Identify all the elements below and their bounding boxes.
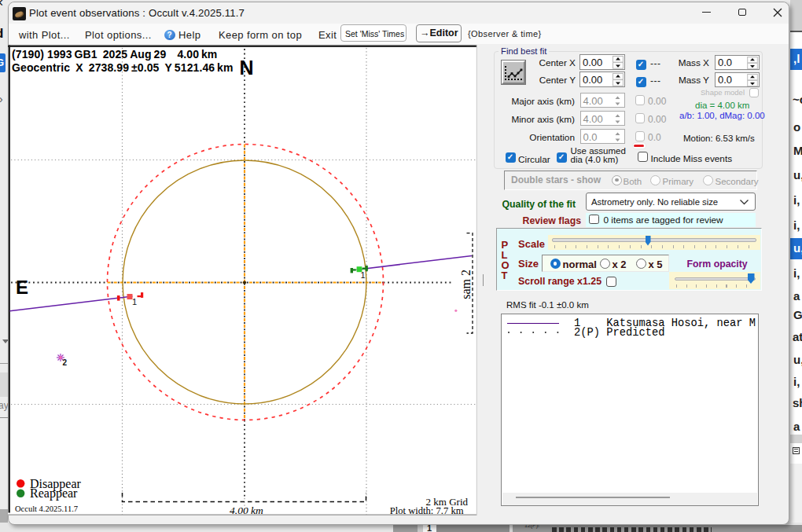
svg-text:Plot width: 7.7 km: Plot width: 7.7 km [390,505,464,516]
svg-text:Occult 4.2025.11.7: Occult 4.2025.11.7 [15,504,78,513]
svg-text:m: m [459,278,473,288]
svg-text:Reappear: Reappear [30,486,78,501]
svg-text:E: E [16,277,28,298]
svg-text:(7190) 1993 GB1 2025 Aug 29 4.: (7190) 1993 GB1 2025 Aug 29 4.00 km [12,48,217,61]
svg-text:a: a [459,288,473,294]
svg-text:Geocentric X 2738.99 ±0.05 Y 5: Geocentric X 2738.99 ±0.05 Y 5121.46 km [12,61,234,74]
svg-text:4.00 km: 4.00 km [230,504,263,516]
svg-text:1: 1 [361,270,366,280]
svg-text:N: N [240,57,254,79]
svg-text:s: s [459,294,473,299]
svg-text:2: 2 [459,270,473,276]
svg-text:1: 1 [132,297,137,306]
svg-text:2: 2 [63,358,68,367]
